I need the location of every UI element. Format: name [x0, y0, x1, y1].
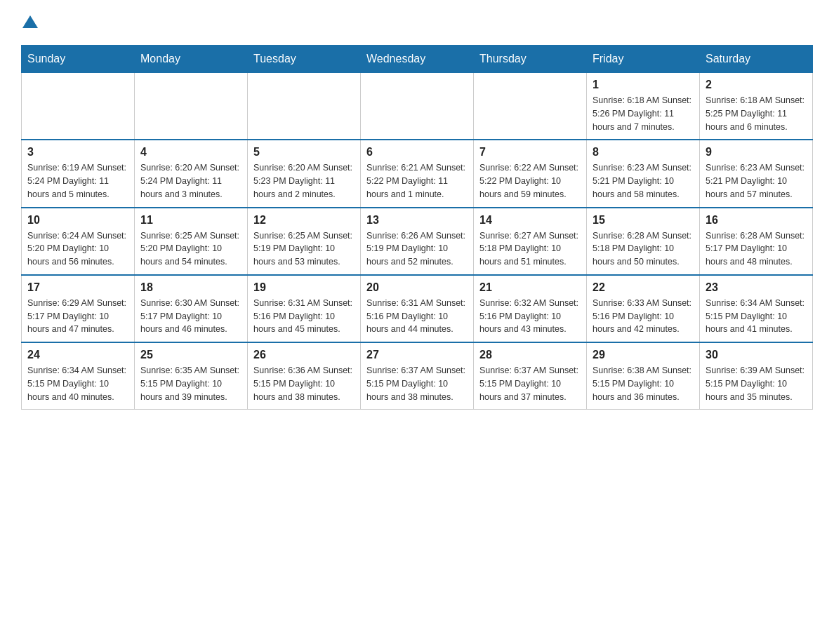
day-number: 25 — [140, 349, 241, 361]
calendar-cell: 17Sunrise: 6:29 AM Sunset: 5:17 PM Dayli… — [22, 275, 135, 342]
day-number: 8 — [593, 146, 694, 159]
day-number: 7 — [479, 146, 581, 159]
day-number: 6 — [366, 146, 468, 159]
day-number: 12 — [253, 214, 355, 227]
day-info: Sunrise: 6:20 AM Sunset: 5:24 PM Dayligh… — [140, 161, 241, 201]
day-number: 17 — [27, 281, 128, 294]
day-header-saturday: Saturday — [700, 46, 813, 73]
day-number: 16 — [706, 214, 807, 227]
calendar-cell: 29Sunrise: 6:38 AM Sunset: 5:15 PM Dayli… — [587, 342, 700, 410]
day-info: Sunrise: 6:19 AM Sunset: 5:24 PM Dayligh… — [27, 161, 128, 201]
day-number: 21 — [479, 281, 581, 294]
calendar-cell — [22, 73, 135, 140]
day-number: 30 — [706, 349, 807, 361]
day-number: 11 — [140, 214, 241, 227]
day-number: 18 — [140, 281, 241, 294]
day-header-sunday: Sunday — [22, 46, 135, 73]
day-info: Sunrise: 6:29 AM Sunset: 5:17 PM Dayligh… — [27, 297, 128, 336]
calendar-cell — [361, 73, 474, 140]
day-info: Sunrise: 6:38 AM Sunset: 5:15 PM Dayligh… — [593, 364, 694, 403]
day-info: Sunrise: 6:23 AM Sunset: 5:21 PM Dayligh… — [706, 161, 807, 201]
day-info: Sunrise: 6:32 AM Sunset: 5:16 PM Dayligh… — [479, 297, 581, 336]
calendar-cell: 15Sunrise: 6:28 AM Sunset: 5:18 PM Dayli… — [587, 208, 700, 275]
day-info: Sunrise: 6:34 AM Sunset: 5:15 PM Dayligh… — [27, 364, 128, 403]
calendar-week-3: 10Sunrise: 6:24 AM Sunset: 5:20 PM Dayli… — [22, 208, 813, 275]
day-number: 22 — [593, 281, 694, 294]
day-number: 2 — [706, 79, 807, 91]
calendar-week-2: 3Sunrise: 6:19 AM Sunset: 5:24 PM Daylig… — [22, 140, 813, 207]
day-header-monday: Monday — [135, 46, 248, 73]
day-number: 15 — [593, 214, 694, 227]
calendar-cell: 25Sunrise: 6:35 AM Sunset: 5:15 PM Dayli… — [135, 342, 248, 410]
calendar-cell — [135, 73, 248, 140]
day-number: 3 — [27, 146, 128, 159]
day-info: Sunrise: 6:37 AM Sunset: 5:15 PM Dayligh… — [366, 364, 468, 403]
calendar-week-4: 17Sunrise: 6:29 AM Sunset: 5:17 PM Dayli… — [22, 275, 813, 342]
day-number: 4 — [140, 146, 241, 159]
day-info: Sunrise: 6:37 AM Sunset: 5:15 PM Dayligh… — [479, 364, 581, 403]
calendar-cell: 27Sunrise: 6:37 AM Sunset: 5:15 PM Dayli… — [361, 342, 474, 410]
day-number: 1 — [593, 79, 694, 91]
day-info: Sunrise: 6:30 AM Sunset: 5:17 PM Dayligh… — [140, 297, 241, 336]
calendar-cell: 5Sunrise: 6:20 AM Sunset: 5:23 PM Daylig… — [248, 140, 361, 207]
day-info: Sunrise: 6:34 AM Sunset: 5:15 PM Dayligh… — [706, 297, 807, 336]
day-number: 27 — [366, 349, 468, 361]
calendar-table: SundayMondayTuesdayWednesdayThursdayFrid… — [21, 45, 813, 410]
calendar-cell: 9Sunrise: 6:23 AM Sunset: 5:21 PM Daylig… — [700, 140, 813, 207]
svg-marker-0 — [22, 15, 38, 28]
logo — [21, 14, 38, 31]
day-info: Sunrise: 6:31 AM Sunset: 5:16 PM Dayligh… — [253, 297, 355, 336]
calendar-header-row: SundayMondayTuesdayWednesdayThursdayFrid… — [22, 46, 813, 73]
calendar-week-5: 24Sunrise: 6:34 AM Sunset: 5:15 PM Dayli… — [22, 342, 813, 410]
calendar-cell — [248, 73, 361, 140]
calendar-week-1: 1Sunrise: 6:18 AM Sunset: 5:26 PM Daylig… — [22, 73, 813, 140]
day-number: 14 — [479, 214, 581, 227]
calendar-cell: 3Sunrise: 6:19 AM Sunset: 5:24 PM Daylig… — [22, 140, 135, 207]
day-info: Sunrise: 6:20 AM Sunset: 5:23 PM Dayligh… — [253, 161, 355, 201]
day-info: Sunrise: 6:28 AM Sunset: 5:18 PM Dayligh… — [593, 229, 694, 269]
calendar-cell: 11Sunrise: 6:25 AM Sunset: 5:20 PM Dayli… — [135, 208, 248, 275]
calendar-cell: 20Sunrise: 6:31 AM Sunset: 5:16 PM Dayli… — [361, 275, 474, 342]
day-number: 19 — [253, 281, 355, 294]
calendar-cell: 4Sunrise: 6:20 AM Sunset: 5:24 PM Daylig… — [135, 140, 248, 207]
day-number: 26 — [253, 349, 355, 361]
calendar-cell: 26Sunrise: 6:36 AM Sunset: 5:15 PM Dayli… — [248, 342, 361, 410]
day-info: Sunrise: 6:26 AM Sunset: 5:19 PM Dayligh… — [366, 229, 468, 269]
day-info: Sunrise: 6:23 AM Sunset: 5:21 PM Dayligh… — [593, 161, 694, 201]
day-info: Sunrise: 6:25 AM Sunset: 5:20 PM Dayligh… — [140, 229, 241, 269]
calendar-cell: 22Sunrise: 6:33 AM Sunset: 5:16 PM Dayli… — [587, 275, 700, 342]
calendar-cell: 1Sunrise: 6:18 AM Sunset: 5:26 PM Daylig… — [587, 73, 700, 140]
day-number: 10 — [27, 214, 128, 227]
day-number: 13 — [366, 214, 468, 227]
day-info: Sunrise: 6:27 AM Sunset: 5:18 PM Dayligh… — [479, 229, 581, 269]
day-number: 24 — [27, 349, 128, 361]
day-info: Sunrise: 6:35 AM Sunset: 5:15 PM Dayligh… — [140, 364, 241, 403]
calendar-cell: 21Sunrise: 6:32 AM Sunset: 5:16 PM Dayli… — [474, 275, 587, 342]
calendar-cell: 13Sunrise: 6:26 AM Sunset: 5:19 PM Dayli… — [361, 208, 474, 275]
day-header-tuesday: Tuesday — [248, 46, 361, 73]
day-number: 5 — [253, 146, 355, 159]
calendar-cell: 24Sunrise: 6:34 AM Sunset: 5:15 PM Dayli… — [22, 342, 135, 410]
calendar-cell: 18Sunrise: 6:30 AM Sunset: 5:17 PM Dayli… — [135, 275, 248, 342]
day-info: Sunrise: 6:39 AM Sunset: 5:15 PM Dayligh… — [706, 364, 807, 403]
day-info: Sunrise: 6:18 AM Sunset: 5:25 PM Dayligh… — [706, 94, 807, 133]
calendar-cell: 10Sunrise: 6:24 AM Sunset: 5:20 PM Dayli… — [22, 208, 135, 275]
day-number: 20 — [366, 281, 468, 294]
calendar-cell: 30Sunrise: 6:39 AM Sunset: 5:15 PM Dayli… — [700, 342, 813, 410]
day-info: Sunrise: 6:31 AM Sunset: 5:16 PM Dayligh… — [366, 297, 468, 336]
calendar-cell — [474, 73, 587, 140]
day-info: Sunrise: 6:33 AM Sunset: 5:16 PM Dayligh… — [593, 297, 694, 336]
logo-triangle-icon — [22, 14, 38, 29]
day-info: Sunrise: 6:25 AM Sunset: 5:19 PM Dayligh… — [253, 229, 355, 269]
calendar-cell: 14Sunrise: 6:27 AM Sunset: 5:18 PM Dayli… — [474, 208, 587, 275]
day-info: Sunrise: 6:22 AM Sunset: 5:22 PM Dayligh… — [479, 161, 581, 201]
calendar-cell: 8Sunrise: 6:23 AM Sunset: 5:21 PM Daylig… — [587, 140, 700, 207]
calendar-cell: 23Sunrise: 6:34 AM Sunset: 5:15 PM Dayli… — [700, 275, 813, 342]
day-number: 29 — [593, 349, 694, 361]
day-info: Sunrise: 6:24 AM Sunset: 5:20 PM Dayligh… — [27, 229, 128, 269]
day-info: Sunrise: 6:18 AM Sunset: 5:26 PM Dayligh… — [593, 94, 694, 133]
calendar-cell: 19Sunrise: 6:31 AM Sunset: 5:16 PM Dayli… — [248, 275, 361, 342]
page-header — [21, 14, 813, 31]
calendar-cell: 2Sunrise: 6:18 AM Sunset: 5:25 PM Daylig… — [700, 73, 813, 140]
day-header-wednesday: Wednesday — [361, 46, 474, 73]
